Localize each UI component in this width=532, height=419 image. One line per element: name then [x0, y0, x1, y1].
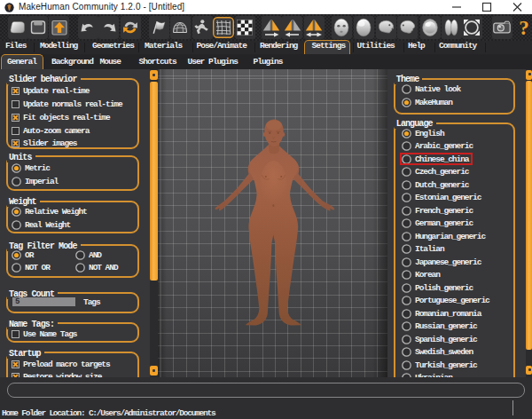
svg-text:?: ? — [519, 17, 529, 38]
